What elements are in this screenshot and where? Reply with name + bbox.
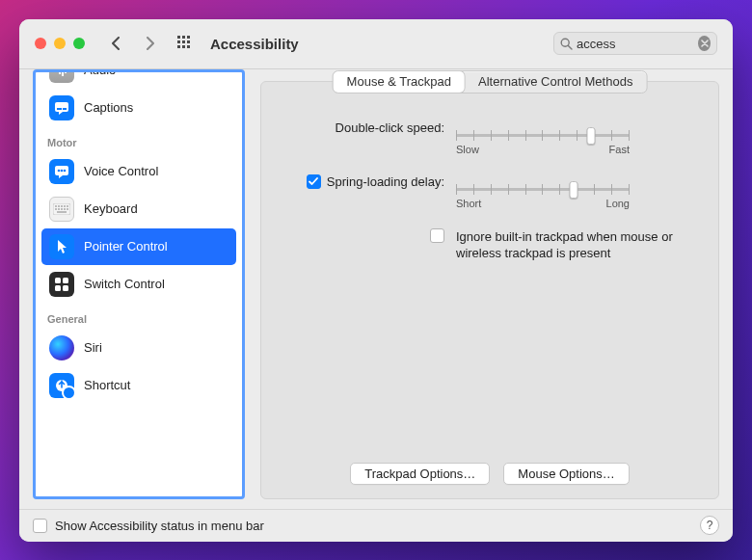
show-status-label: Show Accessibility status in menu bar [55, 519, 264, 533]
shortcut-icon [49, 373, 74, 398]
system-preferences-window: Accessibility Audio [19, 19, 733, 542]
svg-point-19 [58, 169, 61, 172]
ignore-trackpad-row: Ignore built-in trackpad when mouse or w… [281, 228, 699, 262]
sidebar-section-motor: Motor [40, 127, 238, 152]
svg-rect-23 [55, 205, 57, 207]
sidebar-item-label: Switch Control [84, 277, 165, 291]
sidebar-item-shortcut[interactable]: Shortcut [41, 367, 236, 404]
svg-point-21 [64, 169, 67, 172]
spring-loading-max-label: Long [606, 198, 630, 209]
svg-rect-26 [64, 205, 66, 207]
svg-rect-17 [63, 108, 67, 110]
svg-rect-25 [61, 205, 63, 207]
sidebar-item-voice-control[interactable]: Voice Control [41, 153, 236, 190]
spring-loading-checkbox[interactable] [307, 174, 321, 189]
window-controls [35, 38, 85, 49]
voice-control-icon [49, 159, 74, 184]
sidebar-item-label: Shortcut [84, 378, 130, 392]
trackpad-options-button[interactable]: Trackpad Options… [350, 463, 490, 485]
svg-rect-16 [57, 108, 62, 110]
svg-rect-5 [187, 40, 190, 43]
svg-rect-35 [63, 278, 68, 283]
pane-footer: Show Accessibility status in menu bar ? [19, 509, 733, 542]
zoom-window-button[interactable] [73, 38, 85, 49]
svg-rect-15 [55, 102, 68, 112]
sidebar-item-label: Voice Control [84, 164, 158, 178]
spring-loading-delay-slider[interactable] [456, 180, 630, 184]
siri-icon [49, 335, 74, 360]
spring-loading-row: Spring-loading delay: Short Lon [281, 174, 699, 209]
captions-icon [49, 95, 74, 120]
svg-rect-24 [58, 205, 60, 207]
search-input[interactable] [577, 37, 698, 51]
spring-loading-min-label: Short [456, 198, 481, 209]
svg-rect-2 [187, 36, 190, 39]
mouse-options-button[interactable]: Mouse Options… [503, 463, 629, 485]
ignore-trackpad-label: Ignore built-in trackpad when mouse or w… [456, 228, 699, 262]
svg-point-20 [61, 169, 64, 172]
pointer-control-tabs: Mouse & Trackpad Alternative Control Met… [333, 70, 648, 93]
search-icon [560, 38, 573, 50]
ignore-trackpad-checkbox[interactable] [430, 228, 444, 243]
svg-rect-8 [187, 45, 190, 48]
tab-label: Mouse & Trackpad [347, 74, 451, 89]
svg-rect-32 [67, 208, 68, 210]
svg-rect-3 [177, 40, 180, 43]
svg-rect-29 [58, 208, 60, 210]
help-button[interactable]: ? [700, 516, 719, 535]
double-click-speed-row: Double-click speed: Slow Fast [281, 120, 699, 155]
sidebar-item-keyboard[interactable]: Keyboard [41, 191, 236, 227]
svg-rect-14 [65, 69, 67, 73]
svg-rect-28 [55, 208, 57, 210]
svg-rect-0 [177, 36, 180, 39]
svg-rect-31 [64, 208, 66, 210]
sidebar-item-captions[interactable]: Captions [41, 90, 236, 126]
double-click-speed-slider[interactable] [456, 126, 630, 130]
accessibility-sidebar[interactable]: Audio Captions Motor Voice Control [33, 69, 245, 499]
sidebar-item-label: Pointer Control [84, 239, 168, 253]
toolbar-search[interactable] [553, 32, 717, 55]
show-all-button[interactable] [175, 34, 195, 53]
pointer-control-panel: Mouse & Trackpad Alternative Control Met… [260, 81, 719, 499]
spring-loading-label: Spring-loading delay: [327, 174, 444, 189]
svg-line-10 [568, 45, 572, 49]
keyboard-icon [49, 197, 74, 222]
svg-rect-12 [59, 69, 61, 74]
double-click-min-label: Slow [456, 144, 479, 155]
sidebar-item-label: Siri [84, 340, 102, 355]
sidebar-item-label: Keyboard [84, 201, 138, 216]
window-toolbar: Accessibility [19, 19, 733, 69]
svg-rect-33 [57, 211, 67, 213]
sidebar-item-pointer-control[interactable]: Pointer Control [41, 228, 236, 265]
svg-rect-13 [62, 69, 64, 76]
pointer-control-icon [49, 234, 74, 259]
show-status-checkbox[interactable] [33, 519, 47, 533]
settings-pane: Mouse & Trackpad Alternative Control Met… [260, 69, 719, 499]
back-button[interactable] [106, 32, 125, 55]
svg-rect-37 [63, 285, 68, 291]
clear-search-button[interactable] [698, 36, 711, 51]
tab-label: Alternative Control Methods [478, 74, 632, 89]
svg-rect-27 [67, 205, 68, 207]
sidebar-section-general: General [40, 304, 238, 329]
sidebar-item-label: Captions [84, 100, 133, 115]
sidebar-item-audio[interactable]: Audio [41, 69, 236, 89]
svg-rect-30 [61, 208, 63, 210]
audio-icon [49, 69, 74, 83]
forward-button[interactable] [141, 32, 160, 55]
tab-alternative-control[interactable]: Alternative Control Methods [465, 71, 646, 93]
svg-rect-1 [182, 36, 185, 39]
svg-rect-7 [182, 45, 185, 48]
double-click-label: Double-click speed: [281, 120, 444, 135]
pane-body: Audio Captions Motor Voice Control [19, 69, 733, 509]
minimize-window-button[interactable] [54, 38, 66, 49]
svg-rect-36 [55, 285, 61, 291]
tab-mouse-trackpad[interactable]: Mouse & Trackpad [334, 71, 465, 93]
sidebar-item-siri[interactable]: Siri [41, 330, 236, 366]
sidebar-item-switch-control[interactable]: Switch Control [41, 266, 236, 303]
close-window-button[interactable] [35, 38, 46, 49]
svg-rect-11 [56, 69, 58, 72]
pane-title: Accessibility [210, 36, 299, 52]
svg-rect-6 [177, 45, 180, 48]
sidebar-item-label: Audio [84, 69, 116, 78]
